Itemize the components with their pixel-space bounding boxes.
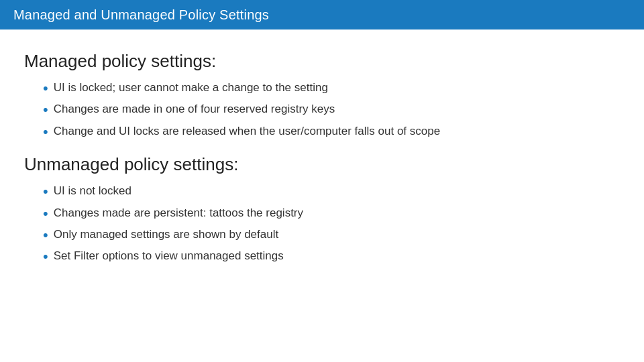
managed-bullet-list: • UI is locked; user cannot make a chang… [43,80,620,141]
page-title: Managed and Unmanaged Policy Settings [13,7,269,23]
list-item: • UI is locked; user cannot make a chang… [43,80,620,97]
list-item: • Changes made are persistent: tattoos t… [43,205,620,223]
content-area: Managed policy settings: • UI is locked;… [0,29,644,296]
bullet-icon: • [43,227,48,244]
list-item: • Only managed settings are shown by def… [43,227,620,244]
header-bar: Managed and Unmanaged Policy Settings [0,0,644,29]
bullet-icon: • [43,183,48,200]
list-item: • UI is not locked [43,183,620,200]
unmanaged-bullet-list: • UI is not locked • Changes made are pe… [43,183,620,266]
bullet-text: Set Filter options to view unmanaged set… [54,248,284,264]
bullet-icon: • [43,101,48,119]
bullet-text: UI is locked; user cannot make a change … [54,80,328,96]
list-item: • Set Filter options to view unmanaged s… [43,248,620,265]
unmanaged-section: Unmanaged policy settings: • UI is not l… [24,154,620,266]
bullet-text: Only managed settings are shown by defau… [54,227,278,243]
list-item: • Changes are made in one of four reserv… [43,101,620,119]
list-item: • Change and UI locks are released when … [43,123,620,141]
bullet-icon: • [43,248,48,265]
bullet-icon: • [43,123,48,141]
bullet-icon: • [43,205,48,223]
bullet-icon: • [43,80,48,97]
bullet-text: Changes are made in one of four reserved… [54,101,335,117]
bullet-text: Change and UI locks are released when th… [54,123,440,139]
unmanaged-section-heading: Unmanaged policy settings: [24,154,620,175]
managed-section-heading: Managed policy settings: [24,51,620,72]
bullet-text: UI is not locked [54,183,131,199]
bullet-text: Changes made are persistent: tattoos the… [54,205,303,221]
